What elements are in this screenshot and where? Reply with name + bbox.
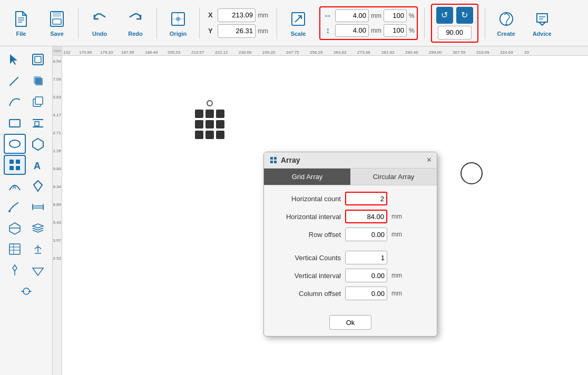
sidebar-item-text-arc[interactable]: A (4, 176, 26, 196)
x-input[interactable] (218, 8, 256, 22)
coordinates-area: X mm Y mm (208, 8, 268, 38)
dialog-title: Array (269, 156, 300, 164)
vertical-interval-input[interactable] (345, 269, 387, 282)
column-offset-input[interactable] (345, 287, 387, 300)
separator-3 (199, 7, 200, 39)
svg-rect-25 (35, 122, 39, 126)
width-icon: ↔ (322, 11, 333, 21)
toolbar: File Save Undo Redo O (0, 0, 588, 46)
sidebar-item-draw[interactable] (4, 197, 26, 217)
vertical-counts-input[interactable] (345, 251, 387, 264)
sidebar-item-polygon[interactable] (27, 134, 49, 154)
sidebar-item-pen[interactable] (4, 71, 26, 91)
advice-button[interactable]: Advice (525, 2, 559, 44)
height-mm: mm (371, 27, 381, 34)
sidebar-item-paint[interactable] (27, 176, 49, 196)
scale-button[interactable]: Scale (281, 2, 315, 44)
dialog-overlay: Array × Grid Array Circular Array Horizo… (53, 46, 588, 375)
horizontal-count-input[interactable] (345, 192, 387, 205)
svg-rect-4 (53, 12, 61, 17)
rotate-ccw-button[interactable]: ↺ (436, 7, 453, 24)
sidebar-row-12 (15, 281, 37, 301)
horizontal-count-label: Horizontal count (272, 195, 341, 203)
dialog-separator (272, 245, 428, 251)
undo-button[interactable]: Undo (83, 2, 116, 44)
field-horizontal-interval: Horizontal interval mm (272, 210, 428, 223)
vertical-counts-label: Vertical Counts (272, 254, 341, 262)
svg-point-27 (9, 140, 20, 147)
svg-rect-18 (35, 56, 41, 63)
svg-rect-36 (33, 206, 43, 208)
separator-5 (424, 7, 425, 39)
dialog-close-button[interactable]: × (427, 155, 432, 165)
sidebar-item-rectangle[interactable] (4, 113, 26, 133)
rotation-input[interactable] (438, 26, 472, 40)
sidebar-row-10 (4, 239, 49, 259)
field-vertical-interval: Vertical interval mm (272, 269, 428, 282)
sidebar-item-align[interactable] (27, 113, 49, 133)
create-button[interactable]: Create (489, 2, 523, 44)
row-offset-input[interactable] (345, 228, 387, 241)
sidebar-item-measure[interactable] (27, 197, 49, 217)
sidebar-row-8 (4, 197, 49, 217)
sidebar-item-text[interactable]: A (27, 155, 49, 175)
svg-rect-53 (270, 157, 273, 160)
file-button[interactable]: File (4, 2, 38, 44)
vertical-interval-unit: mm (391, 272, 402, 279)
sidebar-item-table[interactable] (4, 239, 26, 259)
width-pct-input[interactable] (384, 9, 407, 22)
rotation-buttons-row: ↺ ↻ (436, 7, 473, 24)
height-icon: ↕ (322, 26, 333, 35)
svg-rect-55 (270, 161, 273, 163)
width-mm: mm (371, 12, 381, 19)
save-button[interactable]: Save (40, 2, 74, 44)
sidebar-item-export[interactable] (27, 239, 49, 259)
sidebar-item-more1[interactable] (4, 260, 26, 280)
svg-marker-16 (10, 54, 17, 65)
vertical-interval-label: Vertical interval (272, 272, 341, 280)
row-offset-unit: mm (391, 231, 402, 238)
tab-circular-array[interactable]: Circular Array (350, 169, 437, 185)
field-vertical-counts: Vertical Counts (272, 251, 428, 264)
tab-grid-array[interactable]: Grid Array (264, 169, 350, 185)
column-offset-unit: mm (391, 290, 402, 297)
sidebar-row-5 (4, 134, 49, 154)
sidebar-item-grid[interactable] (4, 155, 26, 175)
sidebar-item-copy[interactable] (27, 92, 49, 112)
y-input[interactable] (218, 24, 256, 38)
horizontal-interval-unit: mm (391, 213, 402, 220)
svg-rect-32 (16, 166, 20, 170)
sidebar-item-frame[interactable] (27, 50, 49, 70)
horizontal-interval-input[interactable] (345, 210, 387, 223)
sidebar-item-layers[interactable] (27, 71, 49, 91)
svg-rect-20 (35, 78, 43, 85)
x-coord-row: X mm (208, 8, 268, 22)
sidebar-item-curve[interactable] (4, 92, 26, 112)
ok-button[interactable]: Ok (329, 315, 371, 330)
svg-rect-31 (9, 166, 14, 170)
dialog-icon (269, 156, 278, 164)
height-pct-unit: % (409, 27, 415, 34)
sidebar-item-ellipse[interactable] (4, 134, 26, 154)
height-row: ↕ mm % (322, 24, 415, 37)
svg-rect-56 (274, 161, 277, 163)
svg-text:A: A (34, 161, 41, 171)
separator-1 (78, 7, 79, 39)
width-input[interactable] (335, 9, 369, 22)
sidebar-item-layers2[interactable] (27, 218, 49, 238)
y-unit: mm (258, 27, 268, 35)
sidebar-row-6: A (4, 155, 49, 175)
sidebar-row-4 (4, 113, 49, 133)
height-pct-input[interactable] (384, 24, 407, 37)
sidebar-item-extra[interactable] (15, 281, 37, 301)
field-column-offset: Column offset mm (272, 287, 428, 300)
sidebar-item-more2[interactable] (27, 260, 49, 280)
origin-button[interactable]: Origin (161, 2, 195, 44)
canvas-area[interactable]: mm 132 170.86 179.20 187.95 196.49 205.0… (53, 46, 588, 375)
sidebar-item-select[interactable] (4, 50, 26, 70)
rotate-cw-button[interactable]: ↻ (456, 7, 473, 24)
sidebar-item-flatten[interactable] (4, 218, 26, 238)
height-input[interactable] (335, 24, 369, 37)
svg-rect-23 (9, 120, 20, 127)
redo-button[interactable]: Redo (119, 2, 152, 44)
